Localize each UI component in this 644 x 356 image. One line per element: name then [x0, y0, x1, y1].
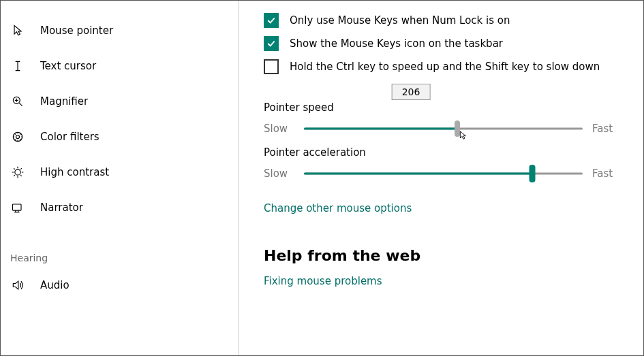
slider-high-label: Fast	[592, 167, 623, 180]
checkbox-row-taskbar-icon[interactable]: Show the Mouse Keys icon on the taskbar	[264, 36, 623, 51]
sidebar-item-text-cursor[interactable]: Text cursor	[1, 48, 239, 84]
checkbox-row-ctrl-shift[interactable]: Hold the Ctrl key to speed up and the Sh…	[264, 59, 623, 74]
sidebar-item-audio[interactable]: Audio	[1, 268, 239, 303]
slider-label-speed: Pointer speed	[264, 101, 623, 114]
settings-window: Mouse pointer Text cursor Magnifier Colo…	[0, 0, 644, 356]
sidebar-item-narrator[interactable]: Narrator	[1, 190, 239, 225]
sidebar: Mouse pointer Text cursor Magnifier Colo…	[1, 1, 239, 355]
sidebar-item-label: Mouse pointer	[40, 25, 113, 37]
link-change-other-mouse-options[interactable]: Change other mouse options	[264, 202, 412, 214]
sidebar-item-label: Magnifier	[40, 95, 88, 108]
svg-point-2	[16, 135, 20, 139]
checkbox-ctrl-shift[interactable]	[264, 59, 279, 74]
sidebar-item-label: Color filters	[40, 131, 99, 143]
slider-group-pointer-accel: Pointer acceleration Slow Fast	[264, 146, 623, 182]
checkbox-label: Show the Mouse Keys icon on the taskbar	[290, 37, 503, 50]
checkbox-taskbar-icon[interactable]	[264, 36, 279, 51]
sidebar-item-high-contrast[interactable]: High contrast	[1, 155, 239, 190]
slider-high-label: Fast	[592, 123, 623, 135]
link-fixing-mouse-problems[interactable]: Fixing mouse problems	[264, 275, 382, 287]
slider-group-pointer-speed: Pointer speed Slow Fast	[264, 101, 623, 137]
narrator-icon	[10, 200, 25, 215]
sidebar-item-mouse-pointer[interactable]: Mouse pointer	[1, 13, 239, 48]
slider-value-tooltip: 206	[392, 84, 431, 100]
svg-rect-4	[13, 204, 22, 210]
sidebar-item-label: Narrator	[40, 201, 83, 214]
slider-label-accel: Pointer acceleration	[264, 146, 623, 159]
slider-low-label: Slow	[264, 167, 294, 180]
high-contrast-icon	[10, 165, 25, 180]
magnifier-icon	[10, 94, 25, 109]
audio-icon	[10, 278, 25, 293]
sidebar-item-label: Audio	[40, 279, 70, 291]
checkbox-row-numlock[interactable]: Only use Mouse Keys when Num Lock is on	[264, 13, 623, 28]
cursor-icon	[458, 130, 469, 141]
sidebar-item-color-filters[interactable]: Color filters	[1, 119, 239, 155]
color-filters-icon	[10, 129, 25, 144]
mouse-pointer-icon	[10, 23, 25, 38]
svg-point-1	[13, 132, 22, 141]
sidebar-item-magnifier[interactable]: Magnifier	[1, 84, 239, 119]
help-heading: Help from the web	[264, 247, 623, 264]
sidebar-section-hearing: Hearing	[1, 248, 239, 268]
sidebar-item-label: Text cursor	[40, 60, 96, 72]
checkbox-label: Only use Mouse Keys when Num Lock is on	[290, 14, 510, 27]
sidebar-item-label: High contrast	[40, 166, 109, 178]
checkbox-label: Hold the Ctrl key to speed up and the Sh…	[290, 61, 600, 73]
svg-point-3	[15, 169, 20, 175]
slider-low-label: Slow	[264, 123, 294, 135]
slider-pointer-accel[interactable]	[304, 165, 583, 182]
checkbox-numlock[interactable]	[264, 13, 279, 28]
text-cursor-icon	[10, 59, 25, 74]
main-panel: Only use Mouse Keys when Num Lock is on …	[239, 1, 643, 355]
slider-pointer-speed[interactable]	[304, 120, 583, 137]
